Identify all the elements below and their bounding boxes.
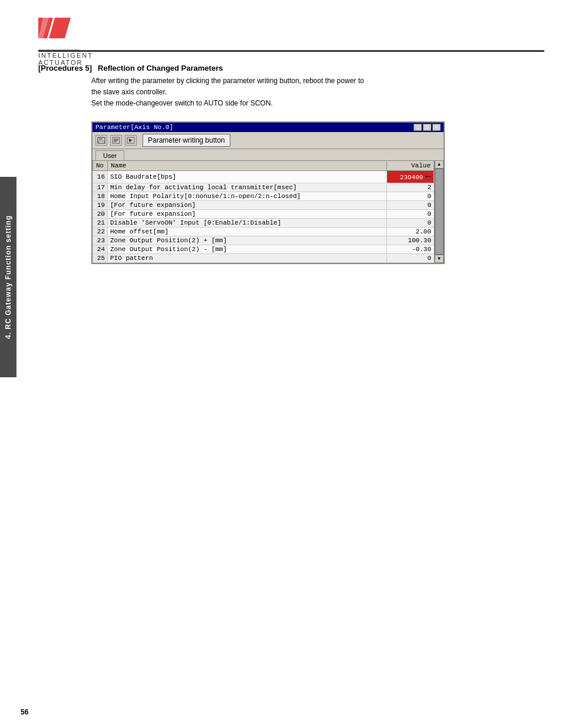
svg-rect-4 bbox=[99, 137, 103, 140]
scroll-down-arrow[interactable]: ▼ bbox=[435, 255, 444, 263]
scrollbar[interactable]: ▲ ▼ bbox=[434, 160, 444, 263]
table-row[interactable]: 21Disable 'ServoON' Input [0:Enable/1:Di… bbox=[93, 218, 434, 227]
procedures-line3: Set the mode-changeover switch to AUTO s… bbox=[91, 98, 544, 109]
table-row[interactable]: 22Home offset[mm]2.00 bbox=[93, 227, 434, 236]
user-tab-label: User bbox=[103, 152, 117, 159]
row-name: Disable 'ServoON' Input [0:Enable/1:Disa… bbox=[108, 218, 387, 227]
param-titlebar: Parameter[Axis No.0] _ □ × bbox=[92, 123, 444, 132]
arrow-indicator-icon: ← bbox=[425, 172, 431, 182]
param-tabs: User bbox=[92, 149, 444, 160]
col-header-value: Value bbox=[387, 160, 434, 170]
table-row[interactable]: 19[For future expansion]0 bbox=[93, 200, 434, 209]
row-value[interactable]: 230400← bbox=[387, 170, 434, 183]
logo-text: INTELLIGENT ACTUATOR bbox=[38, 50, 80, 66]
table-row[interactable]: 17Min delay for activating local transmi… bbox=[93, 183, 434, 192]
row-name: SIO Baudrate[bps] bbox=[108, 170, 387, 183]
row-no: 17 bbox=[93, 183, 108, 192]
side-tab: 4. RC Gateway Function setting bbox=[0, 177, 16, 377]
page-number: 56 bbox=[21, 708, 28, 716]
row-name: PIO pattern bbox=[108, 253, 387, 262]
row-no: 19 bbox=[93, 200, 108, 209]
row-value[interactable]: 0 bbox=[387, 200, 434, 209]
param-toolbar: Parameter writing button bbox=[92, 132, 444, 149]
param-table: No Name Value 16SIO Baudrate[bps]230400←… bbox=[92, 160, 434, 263]
row-no: 24 bbox=[93, 245, 108, 253]
titlebar-controls: _ □ × bbox=[414, 124, 441, 131]
header: INTELLIGENT ACTUATOR bbox=[38, 12, 544, 52]
row-value[interactable]: 100.30 bbox=[387, 236, 434, 245]
row-no: 16 bbox=[93, 170, 108, 183]
user-tab[interactable]: User bbox=[95, 150, 124, 160]
table-row[interactable]: 23Zone Output Position(2) + [mm]100.30 bbox=[93, 236, 434, 245]
minimize-button[interactable]: _ bbox=[414, 124, 422, 131]
logo-container: INTELLIGENT ACTUATOR bbox=[38, 12, 80, 44]
row-no: 21 bbox=[93, 218, 108, 227]
logo-icon: INTELLIGENT ACTUATOR bbox=[38, 12, 80, 44]
row-name: Home Input Polarity[0:nonuse/1:n-open/2:… bbox=[108, 192, 387, 200]
procedures-title: Reflection of Changed Parameters bbox=[98, 64, 223, 73]
row-no: 22 bbox=[93, 227, 108, 236]
procedures-section: [Procedures 5] Reflection of Changed Par… bbox=[38, 64, 544, 110]
param-table-wrapper: No Name Value 16SIO Baudrate[bps]230400←… bbox=[92, 160, 444, 263]
svg-marker-1 bbox=[49, 18, 71, 38]
table-row[interactable]: 16SIO Baudrate[bps]230400← bbox=[93, 170, 434, 183]
row-value[interactable]: 2 bbox=[387, 183, 434, 192]
row-no: 18 bbox=[93, 192, 108, 200]
table-row[interactable]: 20[For future expansion]0 bbox=[93, 209, 434, 218]
row-value[interactable]: -0.30 bbox=[387, 245, 434, 253]
procedures-text: After writing the parameter by clicking … bbox=[91, 75, 544, 110]
toolbar-icon-2[interactable] bbox=[110, 135, 122, 146]
row-name: Zone Output Position(2) - [mm] bbox=[108, 245, 387, 253]
side-tab-label: 4. RC Gateway Function setting bbox=[4, 215, 12, 339]
row-no: 25 bbox=[93, 253, 108, 262]
col-header-name: Name bbox=[108, 160, 387, 170]
row-value[interactable]: 0 bbox=[387, 209, 434, 218]
svg-rect-5 bbox=[98, 141, 104, 143]
col-header-no: No bbox=[93, 160, 108, 170]
parameter-window: Parameter[Axis No.0] _ □ × bbox=[91, 121, 445, 264]
row-name: Zone Output Position(2) + [mm] bbox=[108, 236, 387, 245]
table-header-row: No Name Value bbox=[93, 160, 434, 170]
row-value[interactable]: 0 bbox=[387, 218, 434, 227]
close-button[interactable]: × bbox=[432, 124, 441, 131]
row-no: 20 bbox=[93, 209, 108, 218]
row-value[interactable]: 2.00 bbox=[387, 227, 434, 236]
row-value[interactable]: 0 bbox=[387, 253, 434, 262]
row-name: Min delay for activating local transmitt… bbox=[108, 183, 387, 192]
scroll-thumb[interactable] bbox=[435, 169, 444, 255]
procedures-line1: After writing the parameter by clicking … bbox=[91, 75, 544, 87]
param-table-scroll: No Name Value 16SIO Baudrate[bps]230400←… bbox=[92, 160, 434, 263]
parameter-writing-button-label: Parameter writing button bbox=[148, 136, 225, 144]
procedures-line2: the slave axis controller. bbox=[91, 87, 544, 98]
scroll-up-arrow[interactable]: ▲ bbox=[435, 160, 444, 169]
table-row[interactable]: 25PIO pattern0 bbox=[93, 253, 434, 262]
toolbar-icon-3[interactable] bbox=[125, 135, 137, 146]
parameter-writing-button-callout[interactable]: Parameter writing button bbox=[143, 134, 230, 147]
row-name: Home offset[mm] bbox=[108, 227, 387, 236]
param-window-title: Parameter[Axis No.0] bbox=[95, 124, 173, 131]
save-icon[interactable] bbox=[95, 135, 107, 146]
table-row[interactable]: 24Zone Output Position(2) - [mm]-0.30 bbox=[93, 245, 434, 253]
row-name: [For future expansion] bbox=[108, 200, 387, 209]
row-name: [For future expansion] bbox=[108, 209, 387, 218]
row-value[interactable]: 0 bbox=[387, 192, 434, 200]
maximize-button[interactable]: □ bbox=[423, 124, 431, 131]
row-no: 23 bbox=[93, 236, 108, 245]
table-row[interactable]: 18Home Input Polarity[0:nonuse/1:n-open/… bbox=[93, 192, 434, 200]
